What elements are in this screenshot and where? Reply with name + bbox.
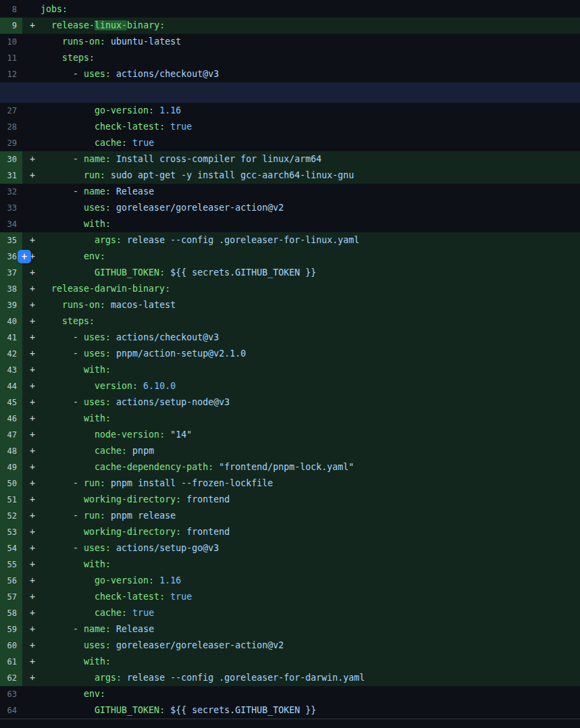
diff-line-row: 63 env: xyxy=(0,686,580,702)
code-line: version: 6.10.0 xyxy=(41,378,580,394)
diff-line-row: 55 + with: xyxy=(0,556,580,573)
code-segment: runs-on: xyxy=(62,36,105,47)
diff-line-row: 46 + with: xyxy=(0,411,580,427)
code-segment: - xyxy=(73,624,84,634)
code-segment: with: xyxy=(84,219,111,229)
code-segment: uses: xyxy=(84,348,111,359)
line-number[interactable]: 37 xyxy=(0,265,22,281)
code-segment: ${{ secrets.GITHUB_TOKEN }} xyxy=(165,267,316,278)
code-line: working-directory: frontend xyxy=(41,524,580,540)
line-number[interactable]: 9 xyxy=(0,18,22,34)
line-number[interactable]: 45 xyxy=(0,394,22,411)
diff-marker: + xyxy=(22,427,41,443)
code-line: steps: xyxy=(41,313,580,330)
line-number[interactable]: 53 xyxy=(0,524,22,540)
line-number[interactable]: 54 xyxy=(0,540,22,556)
code-segment: GITHUB_TOKEN: xyxy=(95,705,165,715)
diff-marker xyxy=(22,216,41,232)
diff-line-row: 32 - name: Release xyxy=(0,184,580,200)
diff-marker xyxy=(22,103,41,119)
code-segment: cache-dependency-path: xyxy=(95,462,213,472)
diff-marker: + xyxy=(22,556,41,573)
code-segment: with: xyxy=(84,656,111,667)
code-line: env: xyxy=(41,249,580,265)
code-segment: actions/setup-go@v3 xyxy=(111,543,219,553)
diff-marker: + xyxy=(22,621,41,638)
diff-line-row: 40 + steps: xyxy=(0,313,580,330)
code-line: with: xyxy=(41,654,580,670)
line-number[interactable]: 30 xyxy=(0,151,22,167)
diff-line-row: 31 + run: sudo apt-get -y install gcc-aa… xyxy=(0,167,580,184)
line-number[interactable]: 34 xyxy=(0,216,22,232)
line-number[interactable]: 35 xyxy=(0,232,22,249)
code-segment: check-latest: xyxy=(95,122,165,132)
line-number[interactable]: 32 xyxy=(0,184,22,200)
diff-line-row: 28 check-latest: true xyxy=(0,119,580,135)
line-number[interactable]: 10 xyxy=(0,34,22,50)
diff-line-row: 64 GITHUB_TOKEN: ${{ secrets.GITHUB_TOKE… xyxy=(0,702,580,719)
line-number[interactable]: 33 xyxy=(0,200,22,216)
line-number[interactable]: 64 xyxy=(0,702,22,719)
code-segment: with: xyxy=(84,559,111,569)
code-line: cache: true xyxy=(41,605,580,621)
line-number[interactable]: 28 xyxy=(0,119,22,135)
line-number[interactable]: 48 xyxy=(0,443,22,459)
line-number[interactable]: 56 xyxy=(0,573,22,589)
code-line: jobs: xyxy=(41,1,580,18)
code-line: - uses: actions/setup-go@v3 xyxy=(41,540,580,556)
code-line: - name: Release xyxy=(41,621,580,638)
line-number[interactable]: 38 xyxy=(0,281,22,297)
diff-marker: + xyxy=(22,394,41,411)
line-number[interactable]: 29 xyxy=(0,135,22,151)
diff-line-row: 37 + GITHUB_TOKEN: ${{ secrets.GITHUB_TO… xyxy=(0,265,580,281)
line-number[interactable]: 8 xyxy=(0,1,22,18)
diff-marker: + xyxy=(22,638,41,654)
code-segment: jobs: xyxy=(41,4,68,14)
line-number[interactable]: 61 xyxy=(0,654,22,670)
diff-line-row: 44 + version: 6.10.0 xyxy=(0,378,580,394)
add-comment-button[interactable]: + xyxy=(18,250,31,263)
code-segment: name: xyxy=(84,186,111,197)
line-number[interactable]: 51 xyxy=(0,492,22,508)
line-number[interactable]: 40 xyxy=(0,313,22,330)
diff-line-row: 60 + uses: goreleaser/goreleaser-action@… xyxy=(0,638,580,654)
line-number[interactable]: 47 xyxy=(0,427,22,443)
diff-line-row: 52 + - run: pnpm release xyxy=(0,508,580,524)
code-segment: Install cross-compiler for linux/arm64 xyxy=(111,154,321,164)
line-number[interactable]: 60 xyxy=(0,638,22,654)
line-number[interactable]: 31 xyxy=(0,167,22,184)
code-line: uses: goreleaser/goreleaser-action@v2 xyxy=(41,638,580,654)
line-number[interactable]: 42 xyxy=(0,346,22,362)
line-number[interactable]: 46 xyxy=(0,411,22,427)
code-segment: true xyxy=(127,608,154,618)
line-number[interactable]: 62 xyxy=(0,670,22,686)
code-segment: cache: xyxy=(95,608,127,618)
line-number[interactable]: 57 xyxy=(0,589,22,605)
diff-marker: + xyxy=(22,492,41,508)
diff-marker: + xyxy=(22,443,41,459)
line-number[interactable]: 52 xyxy=(0,508,22,524)
code-line: GITHUB_TOKEN: ${{ secrets.GITHUB_TOKEN }… xyxy=(41,265,580,281)
diff-line-row: 35 + args: release --config .goreleaser-… xyxy=(0,232,580,249)
hunk-expander[interactable] xyxy=(0,82,580,103)
line-number[interactable]: 49 xyxy=(0,459,22,475)
diff-marker: + xyxy=(22,297,41,313)
line-number[interactable]: 59 xyxy=(0,621,22,638)
line-number[interactable]: 58 xyxy=(0,605,22,621)
line-number[interactable]: 11 xyxy=(0,50,22,66)
code-line: cache: pnpm xyxy=(41,443,580,459)
line-number[interactable]: 39 xyxy=(0,297,22,313)
line-number[interactable]: 41 xyxy=(0,330,22,346)
line-number[interactable]: 44 xyxy=(0,378,22,394)
line-number[interactable]: 12 xyxy=(0,66,22,82)
line-number[interactable]: 55 xyxy=(0,556,22,573)
diff-marker: + xyxy=(22,151,41,167)
line-number[interactable]: 63 xyxy=(0,686,22,702)
code-line: - uses: actions/setup-node@v3 xyxy=(41,394,580,411)
code-line: uses: goreleaser/goreleaser-action@v2 xyxy=(41,200,580,216)
line-number[interactable]: 27 xyxy=(0,103,22,119)
diff-line-row: 50 + - run: pnpm install --frozen-lockfi… xyxy=(0,475,580,492)
line-number[interactable]: 50 xyxy=(0,475,22,492)
code-segment: uses: xyxy=(84,203,111,213)
line-number[interactable]: 43 xyxy=(0,362,22,378)
